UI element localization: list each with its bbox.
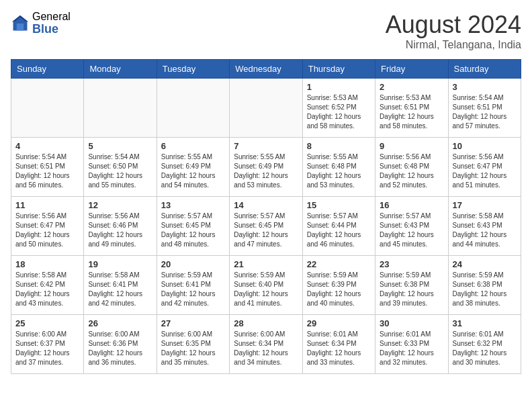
calendar-cell: 23Sunrise: 5:59 AM Sunset: 6:38 PM Dayli…	[375, 256, 448, 315]
calendar-cell: 13Sunrise: 5:57 AM Sunset: 6:45 PM Dayli…	[157, 197, 229, 256]
day-info: Sunrise: 5:54 AM Sunset: 6:51 PM Dayligh…	[15, 152, 79, 190]
day-info: Sunrise: 5:59 AM Sunset: 6:40 PM Dayligh…	[234, 271, 298, 308]
day-number: 3	[453, 82, 517, 92]
day-number: 30	[380, 318, 443, 328]
day-info: Sunrise: 5:56 AM Sunset: 6:48 PM Dayligh…	[380, 152, 443, 190]
day-info: Sunrise: 5:58 AM Sunset: 6:42 PM Dayligh…	[15, 271, 79, 308]
day-info: Sunrise: 5:59 AM Sunset: 6:39 PM Dayligh…	[307, 271, 371, 308]
calendar-cell: 16Sunrise: 5:57 AM Sunset: 6:43 PM Dayli…	[375, 197, 448, 256]
day-info: Sunrise: 5:58 AM Sunset: 6:43 PM Dayligh…	[453, 212, 517, 249]
day-number: 10	[453, 141, 517, 151]
day-info: Sunrise: 5:55 AM Sunset: 6:49 PM Dayligh…	[234, 152, 298, 190]
day-info: Sunrise: 5:54 AM Sunset: 6:50 PM Dayligh…	[88, 152, 152, 190]
day-number: 12	[88, 200, 152, 210]
day-info: Sunrise: 5:55 AM Sunset: 6:49 PM Dayligh…	[161, 152, 225, 190]
calendar-cell: 17Sunrise: 5:58 AM Sunset: 6:43 PM Dayli…	[448, 197, 521, 256]
calendar-cell: 28Sunrise: 6:00 AM Sunset: 6:34 PM Dayli…	[230, 315, 302, 374]
weekday-header-friday: Friday	[375, 60, 448, 79]
calendar-cell: 21Sunrise: 5:59 AM Sunset: 6:40 PM Dayli…	[230, 256, 302, 315]
logo: General Blue	[11, 11, 71, 36]
day-info: Sunrise: 5:56 AM Sunset: 6:47 PM Dayligh…	[453, 152, 517, 190]
calendar-table: SundayMondayTuesdayWednesdayThursdayFrid…	[11, 59, 521, 374]
page-header: General Blue August 2024 Nirmal, Telanga…	[11, 11, 521, 51]
logo-text: General Blue	[32, 11, 71, 36]
month-year: August 2024	[386, 11, 521, 39]
day-number: 7	[234, 141, 298, 151]
day-number: 17	[453, 200, 517, 210]
day-info: Sunrise: 5:56 AM Sunset: 6:47 PM Dayligh…	[15, 212, 79, 249]
weekday-header-monday: Monday	[84, 60, 157, 79]
day-info: Sunrise: 5:55 AM Sunset: 6:48 PM Dayligh…	[307, 152, 371, 190]
day-number: 19	[88, 259, 152, 269]
day-info: Sunrise: 5:57 AM Sunset: 6:43 PM Dayligh…	[380, 212, 443, 249]
calendar-week-3: 11Sunrise: 5:56 AM Sunset: 6:47 PM Dayli…	[11, 197, 521, 256]
weekday-header-saturday: Saturday	[448, 60, 521, 79]
calendar-cell: 18Sunrise: 5:58 AM Sunset: 6:42 PM Dayli…	[11, 256, 84, 315]
day-number: 8	[307, 141, 371, 151]
calendar-cell: 30Sunrise: 6:01 AM Sunset: 6:33 PM Dayli…	[375, 315, 448, 374]
logo-icon	[11, 14, 30, 33]
day-number: 9	[380, 141, 443, 151]
day-info: Sunrise: 6:00 AM Sunset: 6:34 PM Dayligh…	[234, 330, 298, 367]
day-info: Sunrise: 5:59 AM Sunset: 6:41 PM Dayligh…	[161, 271, 225, 308]
day-number: 20	[161, 259, 225, 269]
day-info: Sunrise: 6:01 AM Sunset: 6:32 PM Dayligh…	[453, 330, 517, 367]
day-info: Sunrise: 5:59 AM Sunset: 6:38 PM Dayligh…	[453, 271, 517, 308]
calendar-cell	[84, 79, 157, 138]
calendar-cell: 19Sunrise: 5:58 AM Sunset: 6:41 PM Dayli…	[84, 256, 157, 315]
calendar-cell: 26Sunrise: 6:00 AM Sunset: 6:36 PM Dayli…	[84, 315, 157, 374]
day-number: 21	[234, 259, 298, 269]
weekday-header-tuesday: Tuesday	[157, 60, 229, 79]
calendar-week-5: 25Sunrise: 6:00 AM Sunset: 6:37 PM Dayli…	[11, 315, 521, 374]
day-info: Sunrise: 5:57 AM Sunset: 6:44 PM Dayligh…	[307, 212, 371, 249]
logo-blue: Blue	[32, 23, 71, 36]
day-number: 31	[453, 318, 517, 328]
day-number: 25	[15, 318, 79, 328]
calendar-cell: 5Sunrise: 5:54 AM Sunset: 6:50 PM Daylig…	[84, 138, 157, 197]
day-number: 1	[307, 82, 371, 92]
calendar-cell: 8Sunrise: 5:55 AM Sunset: 6:48 PM Daylig…	[302, 138, 375, 197]
weekday-header-thursday: Thursday	[302, 60, 375, 79]
day-number: 2	[380, 82, 443, 92]
calendar-cell: 31Sunrise: 6:01 AM Sunset: 6:32 PM Dayli…	[448, 315, 521, 374]
day-number: 18	[15, 259, 79, 269]
calendar-cell: 1Sunrise: 5:53 AM Sunset: 6:52 PM Daylig…	[302, 79, 375, 138]
calendar-cell: 14Sunrise: 5:57 AM Sunset: 6:45 PM Dayli…	[230, 197, 302, 256]
day-info: Sunrise: 5:57 AM Sunset: 6:45 PM Dayligh…	[234, 212, 298, 249]
day-info: Sunrise: 5:59 AM Sunset: 6:38 PM Dayligh…	[380, 271, 443, 308]
day-number: 16	[380, 200, 443, 210]
calendar-cell: 15Sunrise: 5:57 AM Sunset: 6:44 PM Dayli…	[302, 197, 375, 256]
day-number: 14	[234, 200, 298, 210]
day-number: 23	[380, 259, 443, 269]
day-info: Sunrise: 5:56 AM Sunset: 6:46 PM Dayligh…	[88, 212, 152, 249]
day-info: Sunrise: 6:00 AM Sunset: 6:35 PM Dayligh…	[161, 330, 225, 367]
calendar-week-1: 1Sunrise: 5:53 AM Sunset: 6:52 PM Daylig…	[11, 79, 521, 138]
weekday-header-wednesday: Wednesday	[230, 60, 302, 79]
day-number: 27	[161, 318, 225, 328]
calendar-cell: 4Sunrise: 5:54 AM Sunset: 6:51 PM Daylig…	[11, 138, 84, 197]
calendar-cell: 29Sunrise: 6:01 AM Sunset: 6:34 PM Dayli…	[302, 315, 375, 374]
calendar-cell: 25Sunrise: 6:00 AM Sunset: 6:37 PM Dayli…	[11, 315, 84, 374]
weekday-header-row: SundayMondayTuesdayWednesdayThursdayFrid…	[11, 60, 521, 79]
day-info: Sunrise: 6:00 AM Sunset: 6:36 PM Dayligh…	[88, 330, 152, 367]
calendar-cell: 24Sunrise: 5:59 AM Sunset: 6:38 PM Dayli…	[448, 256, 521, 315]
svg-rect-2	[17, 24, 24, 31]
day-number: 22	[307, 259, 371, 269]
day-info: Sunrise: 5:54 AM Sunset: 6:51 PM Dayligh…	[453, 93, 517, 131]
calendar-cell: 3Sunrise: 5:54 AM Sunset: 6:51 PM Daylig…	[448, 79, 521, 138]
calendar-cell: 2Sunrise: 5:53 AM Sunset: 6:51 PM Daylig…	[375, 79, 448, 138]
calendar-cell: 11Sunrise: 5:56 AM Sunset: 6:47 PM Dayli…	[11, 197, 84, 256]
calendar-cell	[230, 79, 302, 138]
location: Nirmal, Telangana, India	[386, 39, 521, 51]
day-info: Sunrise: 5:58 AM Sunset: 6:41 PM Dayligh…	[88, 271, 152, 308]
calendar-week-4: 18Sunrise: 5:58 AM Sunset: 6:42 PM Dayli…	[11, 256, 521, 315]
day-number: 5	[88, 141, 152, 151]
day-info: Sunrise: 6:01 AM Sunset: 6:34 PM Dayligh…	[307, 330, 371, 367]
calendar-cell	[11, 79, 84, 138]
calendar-cell: 20Sunrise: 5:59 AM Sunset: 6:41 PM Dayli…	[157, 256, 229, 315]
day-number: 24	[453, 259, 517, 269]
calendar-week-2: 4Sunrise: 5:54 AM Sunset: 6:51 PM Daylig…	[11, 138, 521, 197]
day-info: Sunrise: 5:53 AM Sunset: 6:52 PM Dayligh…	[307, 93, 371, 131]
day-info: Sunrise: 5:53 AM Sunset: 6:51 PM Dayligh…	[380, 93, 443, 131]
day-number: 15	[307, 200, 371, 210]
